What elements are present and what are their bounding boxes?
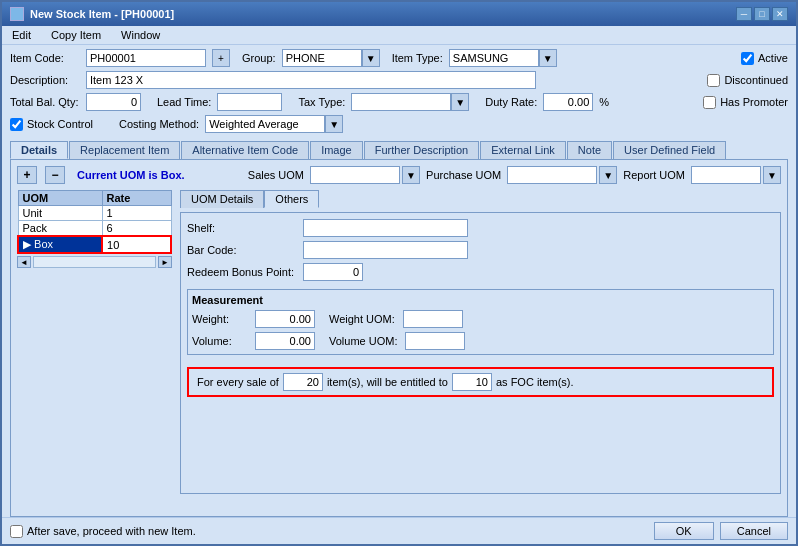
weight-row: Weight: Weight UOM: [192,310,769,328]
sub-tab-others[interactable]: Others [264,190,319,208]
has-promoter-label: Has Promoter [720,96,788,108]
tab-image[interactable]: Image [310,141,363,159]
foc-box: For every sale of item(s), will be entit… [187,367,774,397]
scroll-right-btn[interactable]: ► [158,256,172,268]
minimize-button[interactable]: ─ [736,7,752,21]
sales-uom-select-group: ▼ [310,166,420,184]
bottom-bar: After save, proceed with new Item. OK Ca… [2,517,796,544]
weight-input[interactable] [255,310,315,328]
purchase-uom-dropdown-btn[interactable]: ▼ [599,166,617,184]
report-uom-input[interactable] [691,166,761,184]
total-bal-qty-input[interactable] [86,93,141,111]
group-input[interactable] [282,49,362,67]
menu-edit[interactable]: Edit [8,28,35,42]
sub-tab-content-others: Shelf: Bar Code: Redeem Bonus Point: [180,212,781,494]
description-row: Description: Discontinued [10,71,788,89]
uom-cell-box: ▶ Box [18,236,102,253]
active-checkbox-row: Active [741,52,788,65]
shelf-input[interactable] [303,219,468,237]
has-promoter-checkbox[interactable] [703,96,716,109]
tab-alternative-item-code[interactable]: Alternative Item Code [181,141,309,159]
table-row[interactable]: Pack 6 [18,221,171,237]
tab-further-description[interactable]: Further Description [364,141,480,159]
table-row-box[interactable]: ▶ Box 10 [18,236,171,253]
report-uom-dropdown-btn[interactable]: ▼ [763,166,781,184]
sub-tabs: UOM Details Others [180,190,781,208]
description-input[interactable] [86,71,536,89]
group-label: Group: [242,52,276,64]
volume-uom-label: Volume UOM: [329,335,397,347]
after-save-label: After save, proceed with new Item. [27,525,196,537]
barcode-input[interactable] [303,241,468,259]
item-type-dropdown-btn[interactable]: ▼ [539,49,557,67]
shelf-row: Shelf: [187,219,774,237]
right-panel: UOM Details Others Shelf: Bar Code: [180,190,781,494]
item-code-row: Item Code: + Group: ▼ Item Type: ▼ Activ… [10,49,788,67]
foc-suffix: as FOC item(s). [496,376,574,388]
purchase-uom-label: Purchase UOM [426,169,501,181]
sales-uom-dropdown-btn[interactable]: ▼ [402,166,420,184]
redeem-bonus-input[interactable] [303,263,363,281]
costing-method-dropdown-btn[interactable]: ▼ [325,115,343,133]
ok-button[interactable]: OK [654,522,714,540]
duty-rate-input[interactable] [543,93,593,111]
active-checkbox[interactable] [741,52,754,65]
tax-type-label: Tax Type: [298,96,345,108]
qty-row: Total Bal. Qty: Lead Time: Tax Type: ▼ D… [10,93,788,111]
cancel-button[interactable]: Cancel [720,522,788,540]
costing-method-input[interactable] [205,115,325,133]
purchase-uom-input[interactable] [507,166,597,184]
main-tabs: Details Replacement Item Alternative Ite… [10,141,788,159]
action-buttons: OK Cancel [654,522,788,540]
rate-col-header: Rate [102,191,171,206]
lead-time-input[interactable] [217,93,282,111]
title-bar: New Stock Item - [PH00001] ─ □ ✕ [2,2,796,26]
table-row[interactable]: Unit 1 [18,206,171,221]
foc-qty-input[interactable] [452,373,492,391]
menu-window[interactable]: Window [117,28,164,42]
close-button[interactable]: ✕ [772,7,788,21]
horizontal-scrollbar[interactable] [33,256,156,268]
volume-uom-input[interactable] [405,332,465,350]
uom-remove-button[interactable]: − [45,166,65,184]
tab-note[interactable]: Note [567,141,612,159]
uom-scroll-area: ◄ ► [17,256,172,268]
lead-time-label: Lead Time: [157,96,211,108]
item-code-input[interactable] [86,49,206,67]
item-type-input[interactable] [449,49,539,67]
group-dropdown-btn[interactable]: ▼ [362,49,380,67]
menu-copy-item[interactable]: Copy Item [47,28,105,42]
stock-control-checkbox[interactable] [10,118,23,131]
uom-table: UOM Rate Unit 1 Pack 6 [17,190,172,254]
sub-tab-uom-details[interactable]: UOM Details [180,190,264,208]
tab-details[interactable]: Details [10,141,68,159]
tax-type-input[interactable] [351,93,451,111]
tab-replacement-item[interactable]: Replacement Item [69,141,180,159]
weight-uom-input[interactable] [403,310,463,328]
main-window: New Stock Item - [PH00001] ─ □ ✕ Edit Co… [0,0,798,546]
total-bal-qty-label: Total Bal. Qty: [10,96,80,108]
tax-type-dropdown-btn[interactable]: ▼ [451,93,469,111]
tab-user-defined-field[interactable]: User Defined Field [613,141,726,159]
maximize-button[interactable]: □ [754,7,770,21]
measurement-group: Measurement Weight: Weight UOM: Volume: [187,289,774,355]
foc-sale-qty-input[interactable] [283,373,323,391]
stock-control-label: Stock Control [27,118,93,130]
tab-external-link[interactable]: External Link [480,141,566,159]
discontinued-checkbox[interactable] [707,74,720,87]
volume-label: Volume: [192,335,247,347]
uom-add-button[interactable]: + [17,166,37,184]
item-code-add-button[interactable]: + [212,49,230,67]
group-select-group: ▼ [282,49,380,67]
sales-uom-input[interactable] [310,166,400,184]
weight-label: Weight: [192,313,247,325]
volume-row: Volume: Volume UOM: [192,332,769,350]
volume-input[interactable] [255,332,315,350]
scroll-left-btn[interactable]: ◄ [17,256,31,268]
item-code-label: Item Code: [10,52,80,64]
measurement-title: Measurement [192,294,769,306]
item-type-select-group: ▼ [449,49,557,67]
costing-method-group: ▼ [205,115,343,133]
after-save-checkbox[interactable] [10,525,23,538]
after-save-row: After save, proceed with new Item. [10,525,196,538]
